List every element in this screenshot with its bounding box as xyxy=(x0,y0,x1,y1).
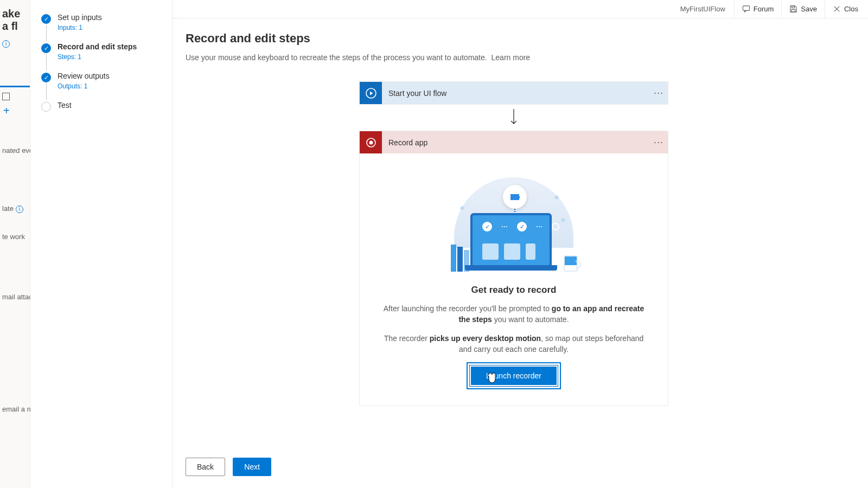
top-bar: MyFirstUIFlow Forum Save Clos xyxy=(173,0,868,18)
step-title: Record and edit steps xyxy=(58,42,163,51)
forum-button[interactable]: Forum xyxy=(734,0,782,18)
step-sub-link[interactable]: Outputs: 1 xyxy=(58,82,163,90)
wizard-footer: Back Next xyxy=(186,458,271,476)
camera-icon xyxy=(503,185,527,209)
wizard-step-outputs[interactable]: ✓ Review outputs Outputs: 1 xyxy=(41,72,163,90)
check-icon: ✓ xyxy=(41,14,51,24)
check-icon: ✓ xyxy=(41,43,51,53)
wizard-steps-sidebar: ✓ Set up inputs Inputs: 1 ✓ Record and e… xyxy=(30,0,173,488)
bg-text-fragment: te work xyxy=(0,229,30,244)
flow-card-record: Record app ··· ✓✓ xyxy=(359,131,668,406)
flow-name-label[interactable]: MyFirstUIFlow xyxy=(680,5,725,13)
check-icon: ✓ xyxy=(41,73,51,82)
step-title: Set up inputs xyxy=(58,13,163,22)
play-circle-icon xyxy=(360,82,382,104)
info-icon: i xyxy=(2,40,10,48)
learn-more-link[interactable]: Learn more xyxy=(492,53,531,62)
close-icon xyxy=(833,5,841,13)
page-heading: Record and edit steps xyxy=(186,31,868,46)
svg-point-5 xyxy=(369,140,373,144)
back-button[interactable]: Back xyxy=(186,458,225,476)
main-content: Record and edit steps Use your mouse and… xyxy=(173,18,868,488)
card-header[interactable]: Record app ··· xyxy=(360,131,668,153)
bg-text-fragment: email a n xyxy=(0,402,30,416)
step-title: Review outputs xyxy=(58,72,163,80)
step-title: Test xyxy=(58,101,163,110)
bg-title-fragment: ake a fl xyxy=(0,0,30,38)
bg-text-fragment: mail attac xyxy=(0,290,30,304)
record-icon xyxy=(360,131,382,153)
recorder-illustration: ✓✓ xyxy=(438,166,590,275)
wizard-step-record[interactable]: ✓ Record and edit steps Steps: 1 xyxy=(41,42,163,61)
bg-active-tab-indicator xyxy=(0,86,30,87)
svg-rect-1 xyxy=(792,6,795,8)
plus-icon: + xyxy=(0,105,30,117)
background-left-strip: ake a fl i + nated even latei te work ma… xyxy=(0,0,30,488)
bg-text-fragment: nated even xyxy=(0,143,30,158)
svg-rect-0 xyxy=(743,6,749,10)
svg-rect-2 xyxy=(792,9,796,12)
record-panel: ✓✓ Get ready to record After launching t… xyxy=(360,153,668,406)
card-more-button[interactable]: ··· xyxy=(649,87,668,99)
card-more-button[interactable]: ··· xyxy=(649,137,668,148)
panel-paragraph-2: The recorder picks up every desktop moti… xyxy=(379,333,648,355)
page-description: Use your mouse and keyboard to recreate … xyxy=(186,53,868,62)
bg-text-fragment: latei xyxy=(0,201,30,216)
info-icon: i xyxy=(16,206,23,213)
panel-heading: Get ready to record xyxy=(379,285,648,296)
arrow-down-icon xyxy=(510,109,518,125)
launch-recorder-button[interactable]: Launch recorder xyxy=(470,365,558,386)
grid-icon xyxy=(2,93,10,100)
pending-step-icon xyxy=(41,102,51,112)
flow-card-start[interactable]: Start your UI flow ··· xyxy=(359,81,668,105)
card-title: Record app xyxy=(382,138,649,147)
close-button[interactable]: Clos xyxy=(825,0,866,18)
panel-paragraph-1: After launching the recorder you'll be p… xyxy=(379,303,648,325)
save-button[interactable]: Save xyxy=(781,0,825,18)
wizard-step-inputs[interactable]: ✓ Set up inputs Inputs: 1 xyxy=(41,13,163,31)
card-title: Start your UI flow xyxy=(382,89,649,98)
save-icon xyxy=(789,5,797,13)
step-sub-link[interactable]: Steps: 1 xyxy=(58,53,163,61)
chat-icon xyxy=(742,5,750,13)
wizard-step-test[interactable]: Test xyxy=(41,101,163,110)
next-button[interactable]: Next xyxy=(233,458,271,476)
step-sub-link[interactable]: Inputs: 1 xyxy=(58,24,163,31)
